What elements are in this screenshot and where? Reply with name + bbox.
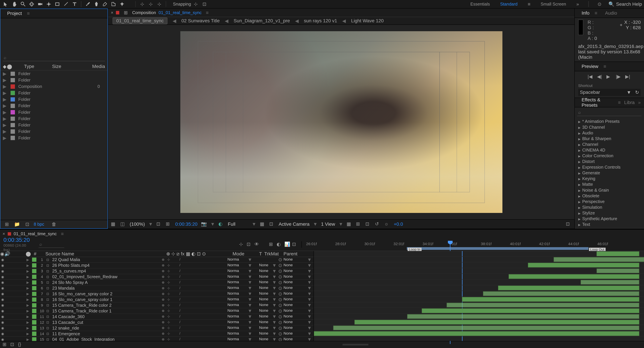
zoom-tool-icon[interactable] [19, 0, 27, 8]
project-item[interactable]: ▶Folder [0, 90, 108, 96]
breadcrumb-item[interactable]: 02 Sunwaves Title [181, 18, 220, 24]
flowchart-icon[interactable]: ⊡ [365, 221, 372, 227]
project-tab[interactable]: Project [4, 10, 25, 17]
effect-category[interactable]: Expression Controls [575, 164, 644, 170]
layer-bars-area[interactable] [314, 251, 644, 341]
prev-frame-icon[interactable]: ◀| [597, 74, 603, 79]
pan-behind-tool-icon[interactable] [45, 0, 53, 8]
hand-tool-icon[interactable] [11, 0, 18, 8]
timeline-search-input[interactable] [38, 241, 64, 248]
snapping-options-icon[interactable]: ⊡ [200, 0, 208, 8]
layer-row[interactable]: ◉ ▶ 6 ⊡ 23 Mandala ⊕⊹/ Norma▼ None▼ ⊙ No… [0, 286, 314, 291]
effect-category[interactable]: Noise & Grain [575, 187, 644, 193]
col-size[interactable]: Size [52, 64, 92, 69]
info-tab[interactable]: Info [578, 9, 593, 17]
project-item[interactable]: ▶Folder [0, 128, 108, 135]
timeline-zoom-slider[interactable] [342, 344, 368, 346]
layer-row[interactable]: ◉ ▶ 10 ⊡ 15 Camera_Track_Ride color 1 ⊕⊹… [0, 308, 314, 314]
layer-row[interactable]: ◉ ▶ 15 ⊡ 04_01_Adobe_Stock_Integration ⊕… [0, 337, 314, 341]
effect-category[interactable]: Synthetic Aperture [575, 216, 644, 222]
time-ruler[interactable]: Loop In Loop Out 26:01f28:01f30:01f32:01… [302, 241, 644, 248]
effect-category[interactable]: Perspective [575, 199, 644, 204]
axis-world-icon[interactable]: ⊹ [147, 0, 154, 8]
close-tab-icon[interactable]: × [111, 10, 114, 15]
reset-exposure-icon[interactable]: ↺ [375, 221, 381, 227]
workspace-overflow-icon[interactable]: » [574, 0, 582, 8]
layer-bar[interactable] [528, 263, 639, 268]
view-layout-icon[interactable]: ▦ [260, 221, 266, 227]
orbit-tool-icon[interactable] [28, 0, 36, 8]
layer-row[interactable]: ◉ ▶ 4 ⊡ 02_01_Improved_Screen_Redraw ⊕⊹/… [0, 274, 314, 280]
zoom-level[interactable]: (100%) [130, 222, 145, 227]
toggle-modes-icon[interactable]: ⊡ [10, 342, 16, 348]
comp-mini-flowchart-icon[interactable]: ⊹ [239, 242, 245, 248]
layer-bar[interactable] [462, 297, 639, 302]
layer-row[interactable]: ◉ ▶ 2 ⊡ 26 Photo Slats.mp4 ⊕⊹/ Norma▼ No… [0, 263, 314, 268]
clone-stamp-tool-icon[interactable] [92, 0, 100, 8]
effect-category[interactable]: Obsolete [575, 193, 644, 199]
effect-category[interactable]: CINEMA 4D [575, 147, 644, 153]
eraser-tool-icon[interactable] [101, 0, 109, 8]
layer-row[interactable]: ◉ ▶ 12 ⊡ 13 Cascade_cut ⊕⊹/ Norma▼ None▼… [0, 320, 314, 325]
effect-category[interactable]: Channel [575, 142, 644, 147]
resolution[interactable]: Full [228, 222, 235, 227]
interpret-footage-icon[interactable]: ⊞ [3, 220, 10, 228]
col-type[interactable]: Type [24, 64, 52, 69]
layer-bar[interactable] [354, 320, 639, 324]
graph-editor-icon[interactable]: 📊 [284, 242, 290, 248]
selection-tool-icon[interactable] [2, 0, 10, 8]
project-item[interactable]: ▶Folder [0, 77, 108, 84]
layer-row[interactable]: ◉ ▶ 5 ⊡ 24 Slo Mo Spray A ⊕⊹/ Norma▼ Non… [0, 280, 314, 286]
new-folder-icon[interactable]: 📁 [13, 220, 21, 228]
layer-bar[interactable] [596, 268, 639, 273]
last-frame-icon[interactable]: ▶| [625, 74, 631, 79]
toggle-switches-icon[interactable]: ⊞ [2, 342, 8, 348]
libraries-tab[interactable]: Libra [621, 98, 638, 106]
project-item[interactable]: ▶Folder [0, 116, 108, 122]
workspace-menu-icon[interactable]: ≡ [525, 0, 533, 8]
motion-blur-icon[interactable]: ◐ [276, 242, 283, 248]
timeline-comp-name[interactable]: 01_01_real_time_sync [14, 232, 57, 236]
effect-category[interactable]: Stylize [575, 210, 644, 216]
layer-bar[interactable] [498, 286, 639, 290]
layer-row[interactable]: ◉ ▶ 14 ⊡ 11 Emergence ⊕⊹/ Norma▼ None▼ ⊙… [0, 331, 314, 337]
layer-bar[interactable] [333, 326, 639, 330]
brainstorm-icon[interactable]: ⊡ [292, 242, 298, 248]
comp-panel-menu-icon[interactable]: ≡ [206, 10, 208, 16]
layer-row[interactable]: ◉ ▶ 11 ⊡ 14 Cascade_360 ⊕⊹/ Norma▼ None▼… [0, 314, 314, 320]
layer-bar[interactable] [446, 303, 639, 308]
project-item[interactable]: ▶Folder [0, 135, 108, 141]
timeline-timecode[interactable]: 0:00:35:20 [0, 237, 34, 243]
layer-row[interactable]: ◉ ▶ 1 ⊡ 22 Quad Malia ⊕⊹/ Norma▼ ⊙ None▼ [0, 257, 314, 263]
preview-tab[interactable]: Preview [578, 62, 602, 70]
hide-shy-icon[interactable]: 👁 [254, 242, 260, 248]
layer-row[interactable]: ◉ ▶ 8 ⊡ 16 Slo_mo_carve_spray color 1 ⊕⊹… [0, 297, 314, 302]
viewer-timecode[interactable]: 0:00:35:20 [175, 222, 198, 227]
workspace-small-screen[interactable]: Small Screen [538, 1, 569, 8]
effect-category[interactable]: Keying [575, 176, 644, 182]
comp-flowchart-icon[interactable]: ⊞ [122, 9, 130, 16]
layer-bar[interactable] [407, 314, 639, 319]
effect-category[interactable]: Simulation [575, 204, 644, 210]
shortcut-select[interactable]: Spacebar ▼ ↻ [578, 89, 641, 96]
puppet-tool-icon[interactable] [118, 0, 126, 8]
workspace-standard[interactable]: Standard [498, 1, 520, 8]
breadcrumb-item[interactable]: Sun_Diagram_120_v1_pre [234, 18, 290, 24]
effects-tab[interactable]: Effects & Presets [578, 96, 616, 109]
snapping-label[interactable]: Snapping [173, 2, 191, 6]
layer-row[interactable]: ◉ ▶ 9 ⊡ 15 Camera_Track_Ride color 2 ⊕⊹/… [0, 302, 314, 308]
effect-category[interactable]: Generate [575, 170, 644, 176]
maximize-icon[interactable]: ⊡ [566, 221, 572, 227]
roi-icon[interactable]: ⊞ [166, 221, 172, 227]
project-search-input[interactable] [3, 54, 105, 61]
col-media[interactable]: Media [92, 64, 105, 69]
layer-row[interactable]: ◉ ▶ 3 ⊡ 25_s_curves.mp4 ⊕⊹/ Norma▼ None▼… [0, 268, 314, 274]
project-item[interactable]: ▶Folder [0, 103, 108, 109]
axis-view-icon[interactable]: ⊹ [155, 0, 163, 8]
snapshot-icon[interactable]: 📷 [201, 221, 207, 227]
layer-bar[interactable] [554, 257, 644, 262]
layer-bar[interactable] [508, 274, 639, 279]
brush-tool-icon[interactable] [84, 0, 92, 8]
effect-category[interactable]: * Animation Presets [575, 119, 644, 124]
frame-blend-icon[interactable]: ⊞ [269, 242, 275, 248]
